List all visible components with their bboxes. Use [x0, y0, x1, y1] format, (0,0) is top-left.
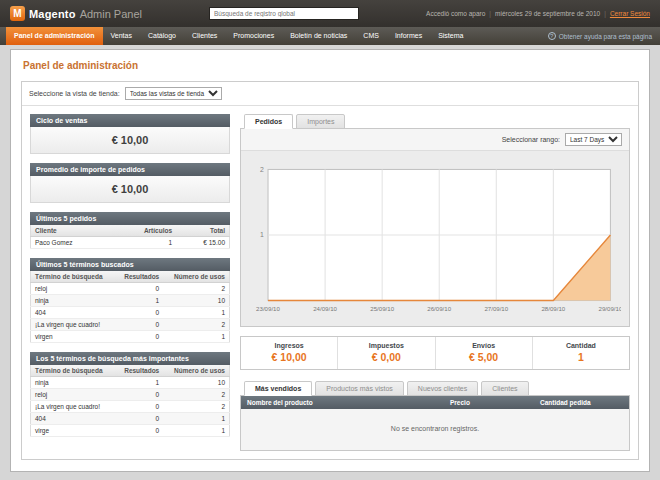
table-cell: 10 — [163, 377, 229, 389]
table-row: ninja110 — [31, 295, 230, 307]
table-cell: 1 — [115, 295, 163, 307]
empty-message: No se encontraron registros. — [241, 409, 629, 450]
tab-clientes[interactable]: Clientes — [481, 381, 528, 396]
table-row: ¡La virgen que cuadro!02 — [31, 401, 230, 413]
column-header-resultados: Resultados — [115, 365, 163, 377]
user-info: Accedió como aparo | miércoles 29 de sep… — [426, 10, 650, 17]
tab-importes[interactable]: Importes — [296, 114, 345, 129]
table-row: 40401 — [31, 413, 230, 425]
column-header-cliente: Cliente — [31, 225, 113, 237]
store-view-select[interactable]: Todas las vistas de tienda — [125, 87, 222, 100]
last-orders-table: ClienteArtículosTotalPaco Gomez1€ 15.00 — [30, 225, 230, 249]
orders-chart-svg: 1223/09/1024/09/1025/09/1026/09/1027/09/… — [249, 161, 621, 320]
stat-value: € 5,00 — [436, 351, 532, 363]
svg-text:25/09/10: 25/09/10 — [370, 305, 394, 312]
products-table: Nombre del productoPrecioCantidad pedida… — [241, 396, 629, 450]
separator: | — [489, 10, 491, 17]
magento-logo[interactable]: M Magento Admin Panel — [10, 6, 142, 21]
table-cell: 1 — [163, 307, 229, 319]
tab-pedidos[interactable]: Pedidos — [244, 114, 293, 129]
orders-chart-area: 1223/09/1024/09/1025/09/1026/09/1027/09/… — [241, 151, 629, 326]
panel-title: Últimos 5 pedidos — [30, 212, 230, 225]
dashboard-body: Ciclo de ventas € 10,00 Promedio de impo… — [22, 106, 638, 459]
table-row: virge01 — [31, 425, 230, 437]
table-cell: 0 — [115, 331, 163, 343]
table-cell: ¡La virgen que cuadro! — [31, 319, 116, 331]
page-help-link[interactable]: ? Obtener ayuda para esta página — [548, 27, 652, 45]
average-orders-value: € 10,00 — [30, 176, 230, 203]
orders-tabbar: PedidosImportes — [240, 114, 630, 129]
nav-item-clientes[interactable]: Clientes — [184, 27, 225, 45]
separator: | — [604, 10, 606, 17]
range-select[interactable]: Last 7 Days — [565, 133, 622, 146]
table-cell: 0 — [115, 283, 163, 295]
column-header-n-mero-de-usos: Número de usos — [163, 365, 229, 377]
nav-items: Panel de administraciónVentasCatálogoCli… — [6, 27, 471, 45]
table-cell: 404 — [31, 307, 116, 319]
tab-m-s-vendidos[interactable]: Más vendidos — [244, 381, 312, 396]
table-cell: 2 — [163, 283, 229, 295]
current-date: miércoles 29 de septiembre de 2010 — [495, 10, 600, 17]
top-search-table: Término de búsquedaResultadosNúmero de u… — [30, 365, 230, 437]
average-orders-panel: Promedio de importe de pedidos € 10,00 — [30, 163, 230, 203]
top-search-panel: Los 5 términos de búsqueda más important… — [30, 352, 230, 437]
help-icon: ? — [548, 32, 556, 40]
table-cell: 0 — [115, 389, 163, 401]
table-row: Paco Gomez1€ 15.00 — [31, 237, 230, 249]
nav-item-panel-de-administraci-n[interactable]: Panel de administración — [6, 27, 103, 45]
data-table: Término de búsquedaResultadosNúmero de u… — [30, 271, 230, 343]
svg-text:26/09/10: 26/09/10 — [427, 305, 451, 312]
svg-text:27/09/10: 27/09/10 — [484, 305, 508, 312]
main-nav: Panel de administraciónVentasCatálogoCli… — [0, 27, 660, 45]
dashboard-left-column: Ciclo de ventas € 10,00 Promedio de impo… — [30, 114, 230, 451]
table-row: virgen01 — [31, 331, 230, 343]
data-table: Nombre del productoPrecioCantidad pedida… — [241, 396, 629, 450]
logout-link[interactable]: Cerrar Sesión — [610, 10, 650, 17]
stat-label: Envíos — [436, 342, 532, 349]
magento-logo-icon: M — [10, 6, 25, 21]
column-header-precio: Precio — [444, 396, 534, 409]
table-cell: reloj — [31, 389, 116, 401]
global-search-input[interactable] — [209, 7, 359, 20]
nav-item-sistema[interactable]: Sistema — [430, 27, 471, 45]
nav-item-cat-logo[interactable]: Catálogo — [140, 27, 184, 45]
stat-cantidad: Cantidad1 — [532, 337, 629, 369]
logo-title: Magento — [29, 8, 76, 20]
table-row: ¡La virgen que cuadro!02 — [31, 319, 230, 331]
table-cell: 0 — [115, 425, 163, 437]
nav-item-promociones[interactable]: Promociones — [225, 27, 282, 45]
table-cell: 0 — [115, 307, 163, 319]
nav-item-cms[interactable]: CMS — [355, 27, 387, 45]
table-cell: 1 — [112, 237, 176, 249]
nav-item-informes[interactable]: Informes — [387, 27, 430, 45]
table-row: reloj02 — [31, 283, 230, 295]
table-cell: 10 — [163, 295, 229, 307]
store-view-label: Seleccione la vista de tienda: — [29, 90, 120, 97]
nav-item-bolet-n-de-noticias[interactable]: Boletín de noticias — [282, 27, 355, 45]
lifetime-sales-value: € 10,00 — [30, 127, 230, 154]
column-header-t-rmino-de-b-squeda: Término de búsqueda — [31, 271, 116, 283]
table-cell: ninja — [31, 377, 116, 389]
tab-productos-m-s-vistos[interactable]: Productos más vistos — [315, 381, 404, 396]
stat-value: € 10,00 — [241, 351, 337, 363]
table-cell: 0 — [115, 413, 163, 425]
column-header-total: Total — [176, 225, 229, 237]
lifetime-sales-panel: Ciclo de ventas € 10,00 — [30, 114, 230, 154]
svg-text:2: 2 — [260, 166, 264, 173]
table-cell: 2 — [163, 319, 229, 331]
stat-label: Impuestos — [338, 342, 434, 349]
stat-impuestos: Impuestos€ 0,00 — [337, 337, 434, 369]
global-search-wrap — [142, 7, 426, 20]
table-cell: 2 — [163, 401, 229, 413]
nav-item-ventas[interactable]: Ventas — [103, 27, 140, 45]
tab-nuevos-clientes[interactable]: Nuevos clientes — [407, 381, 478, 396]
table-cell: ¡La virgen que cuadro! — [31, 401, 116, 413]
column-header-t-rmino-de-b-squeda: Término de búsqueda — [31, 365, 116, 377]
table-cell: 404 — [31, 413, 116, 425]
stat-env-os: Envíos€ 5,00 — [435, 337, 532, 369]
svg-text:29/09/10: 29/09/10 — [599, 305, 621, 312]
column-header-n-mero-de-usos: Número de usos — [163, 271, 229, 283]
dashboard-container: Seleccione la vista de tienda: Todas las… — [21, 81, 639, 460]
table-cell: 1 — [163, 425, 229, 437]
table-cell: 0 — [115, 319, 163, 331]
